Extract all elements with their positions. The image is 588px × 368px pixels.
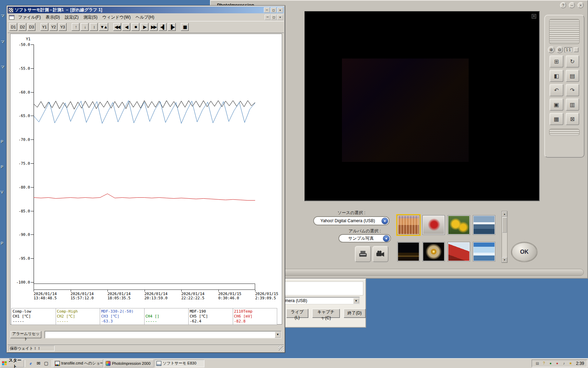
zoom-out-button[interactable]: ⊖ <box>556 46 563 53</box>
flip-horizontal-button[interactable]: ◧ <box>550 70 564 82</box>
desktop-icon-label[interactable]: P <box>1 139 3 144</box>
help-button[interactable]: ? <box>560 2 566 8</box>
desktop-icon-label[interactable]: P <box>1 241 3 245</box>
jump-start-button[interactable]: ◀▌ <box>159 23 167 31</box>
rotate-button[interactable]: ↻ <box>566 55 580 68</box>
time-range-strip[interactable] <box>34 284 255 290</box>
live-button[interactable]: ライブ(L) <box>286 309 308 318</box>
resize-grip[interactable] <box>279 346 283 350</box>
menu-item[interactable]: ファイル(F) <box>16 14 43 21</box>
thumbnail-light-spiral[interactable] <box>422 242 445 261</box>
mdi-maximize-button[interactable]: □ <box>271 15 277 20</box>
desktop-icon-label[interactable]: V <box>1 190 3 194</box>
source-select[interactable]: Yahoo! Digital Camera (USB) ▼ <box>313 216 390 225</box>
desktop-icon-label[interactable]: マ <box>1 13 5 19</box>
status-green-icon[interactable]: ● <box>548 361 553 366</box>
scroll-down-button[interactable]: ↓ <box>80 23 89 31</box>
menu-item[interactable]: 設定(Z) <box>62 14 81 21</box>
task-button[interactable]: ソフトサーモ E830 <box>155 360 204 367</box>
thumbnail-sky-clouds[interactable] <box>473 242 495 261</box>
album-select[interactable]: サンプル写真 ▼ <box>338 234 391 243</box>
minimize-button[interactable]: ─ <box>264 7 270 13</box>
mdi-child-icon[interactable] <box>9 15 14 20</box>
step-back-button[interactable]: ◀ <box>122 23 131 31</box>
show-desktop-icon[interactable]: ▢ <box>43 360 50 367</box>
ok-button[interactable]: OK <box>511 242 538 262</box>
compress-vertical-button[interactable]: ▼▲ <box>99 23 108 31</box>
minimize-button[interactable]: ─ <box>569 2 575 8</box>
fit-window-button[interactable]: ⊞ <box>550 55 564 68</box>
alarm-reset-button[interactable]: アラームリセット <box>10 331 42 339</box>
print-button[interactable]: ▦ <box>550 113 564 125</box>
scanner-button[interactable] <box>355 246 371 262</box>
mdi-close-button[interactable]: × <box>277 15 283 20</box>
axis-button-y2[interactable]: Y2 <box>49 23 58 31</box>
thumbnail-harbor-boats[interactable] <box>473 215 495 235</box>
mdi-minimize-button[interactable]: ─ <box>265 15 271 20</box>
stop-button[interactable]: ■ <box>131 23 140 31</box>
task-label: PhotoImpression 2000 <box>112 361 150 366</box>
fast-forward-button[interactable]: ▶▶ <box>149 23 158 31</box>
close-button[interactable]: × <box>277 7 283 13</box>
maximize-button[interactable]: □ <box>271 7 276 13</box>
thumbnail-red-bird[interactable] <box>422 215 445 235</box>
thumbnail-desert-spires[interactable] <box>397 215 420 235</box>
camera-button[interactable] <box>372 246 388 262</box>
axis-button-y1[interactable]: Y1 <box>40 23 49 31</box>
desktop-icon-label[interactable]: マ <box>1 39 5 45</box>
title-bar[interactable]: ソフトサーモ計測－計測1 － [折れ線グラフ 1] ─□× <box>8 7 284 13</box>
help-icon[interactable]: ? <box>541 361 547 366</box>
printer-icon[interactable]: ▤ <box>535 361 540 366</box>
scrollbar-thumb[interactable] <box>502 217 507 233</box>
zoom-option-button[interactable] <box>574 47 579 52</box>
exit-button[interactable]: 終了(D) <box>344 309 365 318</box>
close-button[interactable]: × <box>578 2 584 8</box>
menu-item[interactable]: ヘルプ(H) <box>133 14 157 21</box>
star-icon[interactable]: ★ <box>568 361 573 366</box>
start-button[interactable]: スタート <box>1 360 24 367</box>
data-set-button-d2[interactable]: D2 <box>18 23 27 31</box>
graph-button[interactable]: ▦ <box>181 23 189 31</box>
thumbnail-ship-bow[interactable] <box>448 242 470 261</box>
menu-item[interactable]: 測定(S) <box>81 14 100 21</box>
volume-icon[interactable]: ♪ <box>561 361 567 366</box>
taskbar: スタート e✉▢ transfile.cmd へのショート...PhotoImp… <box>0 358 588 368</box>
status-red-icon[interactable]: ● <box>555 361 560 366</box>
delete-button[interactable]: ⊠ <box>566 113 580 125</box>
ie-icon[interactable]: e <box>27 360 34 367</box>
dropdown-arrow-icon[interactable]: ▼ <box>353 298 359 304</box>
data-set-button-d1[interactable]: D1 <box>9 23 18 31</box>
mail-icon[interactable]: ✉ <box>35 360 42 367</box>
scroll-up-icon[interactable]: ▲ <box>502 211 507 217</box>
thumbnail-yellow-flowers[interactable] <box>448 215 470 235</box>
undo-button[interactable]: ↶ <box>550 84 564 96</box>
capture-button[interactable]: キャプチャ(C) <box>312 309 340 318</box>
rewind-button[interactable]: ◀◀ <box>113 23 121 31</box>
data-set-button-d3[interactable]: D3 <box>27 23 36 31</box>
dropdown-arrow-icon[interactable]: ▼ <box>275 332 281 338</box>
step-forward-button[interactable]: ▶ <box>140 23 149 31</box>
task-button[interactable]: PhotoImpression 2000 <box>104 360 154 367</box>
window-title: ソフトサーモ計測－計測1 － [折れ線グラフ 1] <box>15 7 264 13</box>
dropdown-arrow-icon[interactable]: ▼ <box>382 218 388 224</box>
jump-end-button[interactable]: ▐▶ <box>168 23 176 31</box>
menu-item[interactable]: 表示(D) <box>43 14 62 21</box>
desktop-icon-label[interactable]: P <box>1 165 3 169</box>
thumbnail-night-skyline[interactable] <box>397 242 420 261</box>
dropdown-arrow-icon[interactable]: ▼ <box>383 235 390 242</box>
alarm-combobox[interactable]: ▼ <box>44 331 281 339</box>
copy-button[interactable]: ▣ <box>550 98 564 111</box>
zoom-in-button[interactable]: ⊕ <box>548 46 555 53</box>
scroll-down-icon[interactable]: ▼ <box>502 257 507 263</box>
scroll-up-button[interactable]: ↑ <box>71 23 80 31</box>
thumbnail-scrollbar[interactable]: ▲ ▼ <box>502 211 507 263</box>
expand-vertical-button[interactable]: ↕ <box>90 23 98 31</box>
redo-button[interactable]: ↷ <box>566 84 580 96</box>
menu-item[interactable]: ウィンドウ(W) <box>100 14 133 21</box>
crop-button[interactable]: ▤ <box>566 70 580 82</box>
desktop-icon-label[interactable]: マ <box>1 64 5 70</box>
preview-close-icon[interactable]: × <box>532 14 536 19</box>
task-button[interactable]: transfile.cmd へのショート... <box>53 360 103 367</box>
paste-button[interactable]: ▥ <box>566 98 580 111</box>
axis-button-y3[interactable]: Y3 <box>58 23 67 31</box>
